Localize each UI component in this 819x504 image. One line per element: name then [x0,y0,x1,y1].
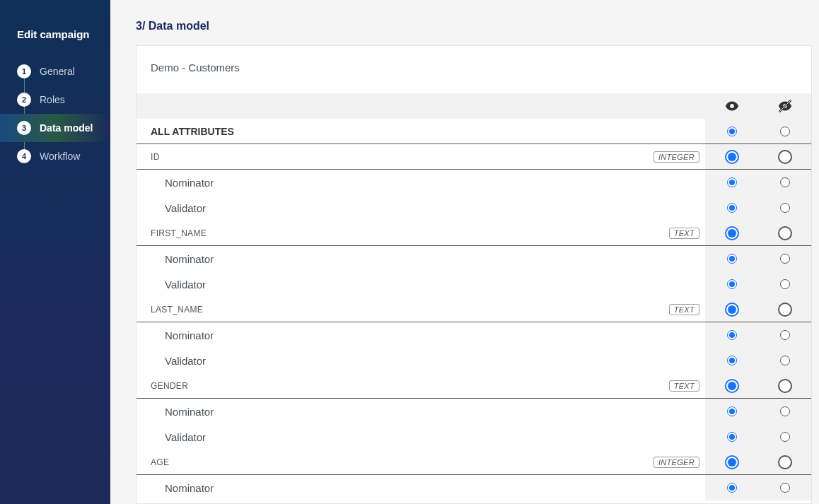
radio-visible[interactable] [727,483,737,493]
radio-cell-visible [705,127,758,136]
attribute-row-last_name: LAST_NAMEtext [136,297,811,322]
radio-hidden[interactable] [778,455,792,469]
type-chip: integer [654,457,699,468]
step-label: Workflow [40,151,80,162]
radio-visible[interactable] [727,254,737,264]
radio-cell-hidden [758,279,811,289]
radio-visible[interactable] [725,226,739,240]
radio-area [705,119,811,143]
role-name: Validator [136,355,705,367]
radio-cell-visible [705,483,758,493]
radio-hidden[interactable] [780,203,790,213]
radio-hidden[interactable] [778,379,792,393]
radio-visible[interactable] [725,150,739,164]
page-title: 3/ Data model [110,0,819,45]
radio-cell-hidden [758,455,811,469]
radio-cell-visible [705,150,758,164]
attribute-name: IDinteger [136,151,705,163]
sidebar-title: Edit campaign [0,28,110,57]
radio-visible[interactable] [725,303,739,317]
radio-hidden[interactable] [780,177,790,187]
radio-hidden[interactable] [780,279,790,289]
radio-hidden[interactable] [780,127,790,136]
radio-hidden[interactable] [780,483,790,493]
radio-visible[interactable] [727,406,737,416]
radio-cell-visible [705,379,758,393]
radio-visible[interactable] [725,455,739,469]
radio-area [705,221,811,245]
role-name: Nominator [136,253,705,265]
sidebar-step-general[interactable]: 1General [0,57,110,86]
attribute-row-age: AGEinteger [136,450,811,475]
all-attributes-row: ALL ATTRIBUTES [136,119,811,144]
radio-visible[interactable] [727,432,737,442]
radio-cell-hidden [758,226,811,240]
radio-area [705,322,811,348]
sidebar-step-data-model[interactable]: 3Data model [0,114,110,142]
radio-cell-visible [705,279,758,289]
radio-cell-hidden [758,406,811,416]
svg-point-0 [730,104,734,108]
type-chip: integer [654,151,699,163]
radio-hidden[interactable] [778,303,792,317]
radio-cell-hidden [758,432,811,442]
all-attributes-label: ALL ATTRIBUTES [136,126,705,137]
header-icons [705,93,811,119]
radio-area [705,475,811,500]
role-name: Nominator [136,177,705,189]
radio-visible[interactable] [727,127,737,136]
radio-area [705,373,811,398]
role-row-nominator: Nominator [136,475,811,500]
sidebar-step-roles[interactable]: 2Roles [0,86,110,114]
radio-hidden[interactable] [778,226,792,240]
attribute-grid: ALL ATTRIBUTESIDintegerNominatorValidato… [136,93,811,503]
radio-hidden[interactable] [780,432,790,442]
type-chip: text [669,380,699,392]
radio-cell-hidden [758,203,811,213]
role-name: Validator [136,279,705,291]
radio-cell-hidden [758,356,811,365]
role-row-nominator: Nominator [136,399,811,424]
radio-hidden[interactable] [780,356,790,365]
radio-visible[interactable] [727,330,737,340]
radio-cell-hidden [758,177,811,187]
card-title: Demo - Customers [136,46,811,93]
radio-hidden[interactable] [780,254,790,264]
radio-hidden[interactable] [778,150,792,164]
col-hidden-header [758,98,811,114]
col-visible-header [705,98,758,114]
radio-visible[interactable] [727,279,737,289]
radio-hidden[interactable] [780,406,790,416]
step-number: 3 [17,121,31,135]
role-row-validator: Validator [136,271,811,297]
radio-visible[interactable] [727,356,737,365]
attribute-row-id: IDinteger [136,144,811,170]
radio-visible[interactable] [725,379,739,393]
radio-cell-visible [705,254,758,264]
radio-cell-hidden [758,379,811,393]
radio-area [705,348,811,373]
radio-hidden[interactable] [780,330,790,340]
radio-cell-visible [705,455,758,469]
role-row-nominator: Nominator [136,170,811,195]
step-label: Roles [40,94,65,105]
role-row-validator: Validator [136,195,811,221]
role-name: Nominator [136,482,705,494]
role-name: Nominator [136,329,705,341]
radio-area [705,424,811,450]
radio-cell-hidden [758,303,811,317]
radio-cell-visible [705,356,758,365]
role-row-validator: Validator [136,348,811,373]
radio-cell-hidden [758,254,811,264]
step-number: 4 [17,149,31,163]
column-header-row [136,93,811,119]
radio-visible[interactable] [727,203,737,213]
radio-area [705,170,811,195]
sidebar-step-workflow[interactable]: 4Workflow [0,142,110,170]
radio-area [705,271,811,297]
role-row-nominator: Nominator [136,246,811,271]
radio-cell-visible [705,203,758,213]
sidebar: Edit campaign 1General2Roles3Data model4… [0,0,110,504]
radio-visible[interactable] [727,177,737,187]
radio-cell-visible [705,226,758,240]
